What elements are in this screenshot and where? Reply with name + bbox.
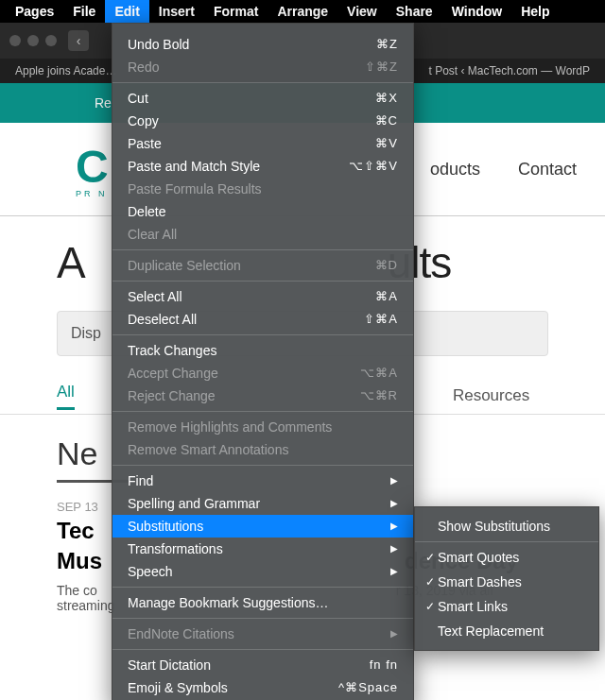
menu-item-accept-change: Accept Change⌥⌘A [112, 362, 413, 384]
menu-item-label: Paste [128, 134, 162, 153]
chevron-right-icon: ▶ [390, 471, 398, 490]
menu-item-find[interactable]: Find▶ [112, 470, 413, 492]
menu-item-label: Emoji & Symbols [128, 678, 228, 697]
menu-item-label: EndNote Citations [128, 624, 234, 643]
menubar-item-format[interactable]: Format [204, 0, 268, 23]
menu-item-remove-smart-annotations: Remove Smart Annotations [112, 438, 413, 461]
menu-item-label: Cut [128, 89, 148, 108]
menu-item-manage-bookmark-suggestions[interactable]: Manage Bookmark Suggestions… [112, 591, 413, 614]
menu-item-undo-bold[interactable]: Undo Bold⌘Z [112, 33, 413, 56]
menu-shortcut: ⌥⇧⌘V [349, 157, 398, 176]
menu-shortcut: ⇧⌘Z [365, 58, 398, 77]
menu-shortcut: ⌘D [375, 256, 398, 275]
nav-products[interactable]: oducts [430, 160, 480, 179]
menu-item-label: Accept Change [128, 364, 218, 383]
menu-item-transformations[interactable]: Transformations▶ [112, 538, 413, 560]
menu-item-reject-change: Reject Change⌥⌘R [112, 384, 413, 407]
menubar-item-help[interactable]: Help [511, 0, 559, 23]
menu-shortcut: ⌘A [375, 287, 398, 306]
menu-item-redo: Redo⇧⌘Z [112, 56, 413, 78]
menu-shortcut: ⌘Z [376, 35, 398, 54]
menu-item-label: Speech [128, 562, 172, 581]
menu-item-copy[interactable]: Copy⌘C [112, 110, 413, 132]
chevron-right-icon: ▶ [390, 562, 398, 581]
chevron-right-icon: ▶ [390, 494, 398, 513]
menu-shortcut: ⌘C [375, 111, 398, 130]
site-nav: oducts Contact [430, 160, 577, 179]
menubar-item-arrange[interactable]: Arrange [268, 0, 337, 23]
menu-item-label: Paste and Match Style [128, 157, 260, 176]
menu-item-label: Manage Bookmark Suggestions… [128, 593, 328, 612]
menu-item-label: Delete [128, 202, 165, 221]
menu-shortcut: fn fn [370, 656, 398, 674]
menubar-item-edit[interactable]: Edit [105, 0, 148, 23]
menu-item-deselect-all[interactable]: Deselect All⇧⌘A [112, 308, 413, 331]
back-button[interactable]: ‹ [68, 30, 89, 51]
menu-item-label: Select All [128, 287, 182, 306]
substitutions-submenu: Show Substitutions✓Smart Quotes✓Smart Da… [414, 506, 599, 651]
menu-item-label: Remove Smart Annotations [128, 440, 288, 459]
menubar-item-file[interactable]: File [63, 0, 105, 23]
menu-item-emoji-symbols[interactable]: Emoji & Symbols^⌘Space [112, 676, 413, 699]
menu-item-label: Find [128, 471, 153, 490]
chevron-right-icon: ▶ [390, 624, 398, 643]
menu-item-delete[interactable]: Delete [112, 200, 413, 223]
menu-item-label: Spelling and Grammar [128, 494, 260, 513]
menu-item-paste[interactable]: Paste⌘V [112, 132, 413, 155]
menu-shortcut: ⌥⌘R [360, 386, 398, 405]
menu-item-label: Remove Highlights and Comments [128, 418, 332, 436]
tab-all[interactable]: All [57, 383, 75, 410]
menubar-item-insert[interactable]: Insert [149, 0, 204, 23]
menu-item-substitutions[interactable]: Substitutions▶ [112, 515, 413, 538]
menu-item-label: Copy [128, 111, 159, 130]
menu-item-label: Transformations [128, 539, 223, 558]
browser-tab-title[interactable]: Apple joins Acade… [15, 64, 116, 77]
site-logo-sub: PR N [76, 189, 108, 198]
nav-contact[interactable]: Contact [518, 160, 577, 179]
menu-item-spelling-and-grammar[interactable]: Spelling and Grammar▶ [112, 492, 413, 515]
submenu-item-smart-dashes[interactable]: ✓Smart Dashes [415, 570, 598, 594]
tab-resources[interactable]: Resources [453, 386, 529, 405]
edit-menu: Undo Bold⌘ZRedo⇧⌘ZCut⌘XCopy⌘CPaste⌘VPast… [112, 23, 414, 700]
menu-item-duplicate-selection: Duplicate Selection⌘D [112, 254, 413, 277]
menu-shortcut: ⌘V [375, 134, 398, 153]
submenu-item-label: Smart Dashes [438, 572, 522, 591]
menu-item-paste-and-match-style[interactable]: Paste and Match Style⌥⇧⌘V [112, 155, 413, 178]
checkmark-icon: ✓ [423, 597, 438, 616]
window-controls[interactable] [9, 35, 57, 46]
menu-item-select-all[interactable]: Select All⌘A [112, 285, 413, 308]
submenu-item-label: Text Replacement [438, 622, 544, 640]
menu-item-track-changes[interactable]: Track Changes [112, 339, 413, 362]
site-logo: C [76, 141, 108, 193]
submenu-item-smart-quotes[interactable]: ✓Smart Quotes [415, 545, 598, 570]
menu-item-speech[interactable]: Speech▶ [112, 560, 413, 583]
submenu-item-text-replacement[interactable]: Text Replacement [415, 619, 598, 643]
menubar-item-view[interactable]: View [337, 0, 387, 23]
menu-item-label: Reject Change [128, 386, 216, 405]
menu-shortcut: ⌥⌘A [360, 364, 398, 383]
menu-item-label: Substitutions [128, 517, 203, 536]
menu-item-endnote-citations: EndNote Citations▶ [112, 623, 413, 645]
browser-tab-title-right: t Post ‹ MacTech.com — WordP [429, 64, 591, 77]
chevron-right-icon: ▶ [390, 517, 398, 536]
menu-item-start-dictation[interactable]: Start Dictationfn fn [112, 654, 413, 676]
submenu-item-smart-links[interactable]: ✓Smart Links [415, 594, 598, 619]
menubar-item-share[interactable]: Share [387, 0, 442, 23]
menu-item-label: Undo Bold [128, 35, 189, 54]
menubar-item-window[interactable]: Window [442, 0, 512, 23]
submenu-item-show-substitutions[interactable]: Show Substitutions [415, 514, 598, 538]
chevron-right-icon: ▶ [390, 539, 398, 558]
submenu-item-label: Smart Links [438, 597, 508, 616]
menubar-app[interactable]: Pages [6, 0, 63, 23]
submenu-item-label: Smart Quotes [438, 548, 519, 567]
menu-item-label: Track Changes [128, 341, 216, 360]
submenu-item-label: Show Substitutions [438, 517, 550, 536]
menu-item-remove-highlights-and-comments: Remove Highlights and Comments [112, 416, 413, 438]
menu-item-paste-formula-results: Paste Formula Results [112, 178, 413, 200]
menubar: Pages FileEditInsertFormatArrangeViewSha… [0, 0, 605, 23]
checkmark-icon: ✓ [423, 572, 438, 591]
menu-item-cut[interactable]: Cut⌘X [112, 87, 413, 110]
menu-item-label: Duplicate Selection [128, 256, 241, 275]
menu-shortcut: ⇧⌘A [364, 310, 398, 329]
menu-item-label: Deselect All [128, 310, 197, 329]
